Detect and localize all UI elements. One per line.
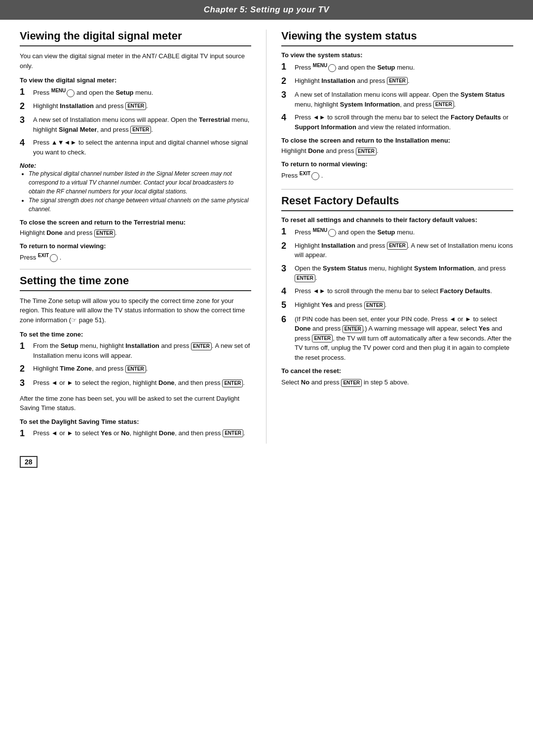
list-item: The physical digital channel number list… <box>29 169 251 196</box>
section2-title: Setting the time zone <box>20 274 251 291</box>
section4-cancel-instruction: Select No and press ENTER in step 5 abov… <box>281 378 513 387</box>
step-content: A new set of Installation menu icons wil… <box>33 115 251 134</box>
section1-sub2: To close the screen and return to the Te… <box>20 219 251 226</box>
step-content: Highlight Yes and press ENTER. <box>295 300 513 310</box>
list-item: 5 Highlight Yes and press ENTER. <box>281 300 513 311</box>
list-item: 4 Press ◄► to scroll through the menu ba… <box>281 113 513 132</box>
chapter-header: Chapter 5: Setting up your TV <box>0 0 533 20</box>
enter-button-icon: ENTER <box>387 242 408 250</box>
step-number: 2 <box>20 101 31 112</box>
menu-circle <box>67 89 75 97</box>
section4-title: Reset Factory Defaults <box>281 194 513 211</box>
bold-no: No <box>301 378 309 386</box>
section2-dst-list: 1 Press ◄ or ► to select Yes or No, high… <box>20 428 251 439</box>
step-number: 5 <box>281 300 292 311</box>
list-item: 2 Highlight Installation and press ENTER… <box>281 76 513 87</box>
chapter-title: Chapter 5: Setting up your TV <box>204 5 329 14</box>
section1-steps-list: 1 Press MENU and open the Setup menu. 2 … <box>20 87 251 157</box>
section1-intro: You can view the digital signal meter in… <box>20 51 251 71</box>
bold-word: System Information <box>340 101 400 108</box>
step-content: Press ▲▼◄► to select the antenna input a… <box>33 138 251 157</box>
enter-button-icon: ENTER <box>191 342 212 350</box>
section2-intro: The Time Zone setup will allow you to sp… <box>20 296 251 325</box>
bold-word: Installation <box>60 102 94 110</box>
step-number: 3 <box>281 90 292 101</box>
note-list: The physical digital channel number list… <box>20 169 251 214</box>
bold-word: Installation <box>321 242 355 249</box>
step-content: Press ◄ or ► to select Yes or No, highli… <box>33 428 251 438</box>
list-item: 6 (If PIN code has been set, enter your … <box>281 314 513 363</box>
step-number: 2 <box>281 76 292 87</box>
list-item: 4 Press ▲▼◄► to select the antenna input… <box>20 138 251 157</box>
note-section: Note: The physical digital channel numbe… <box>20 162 251 214</box>
exit-icon: EXIT <box>38 253 49 258</box>
step-number: 3 <box>281 264 292 274</box>
step-content: Press MENU and open the Setup menu. <box>33 87 251 98</box>
enter-button-icon: ENTER <box>222 379 243 387</box>
bold-word: System Status <box>323 265 367 272</box>
page-wrapper: Chapter 5: Setting up your TV Viewing th… <box>0 0 533 756</box>
exit-circle <box>311 172 319 180</box>
enter-button-icon: ENTER <box>343 325 363 333</box>
step-content: Press MENU and open the Setup menu. <box>295 62 513 73</box>
section2-sub2: To set the Daylight Saving Time status: <box>20 418 251 425</box>
bold-word: Done <box>295 325 311 332</box>
enter-button-icon: ENTER <box>433 101 454 109</box>
note-title: Note: <box>20 162 36 169</box>
left-column: Viewing the digital signal meter You can… <box>20 30 266 444</box>
return-instruction: Press EXIT . <box>20 253 251 262</box>
step-content: Press ◄ or ► to select the region, highl… <box>33 378 251 388</box>
bold-word: Yes <box>321 301 332 308</box>
bold-word: Yes <box>479 325 490 332</box>
section2-steps-list: 1 From the Setup menu, highlight Install… <box>20 341 251 388</box>
bold-word: Setup <box>377 228 395 236</box>
section-divider <box>20 269 251 269</box>
close-instruction: Highlight Done and press ENTER. <box>20 229 251 237</box>
bold-word: Terrestrial <box>199 116 230 123</box>
section3-title: Viewing the system status <box>281 30 513 46</box>
bold-done: Done <box>308 147 324 154</box>
bold-word: Time Zone <box>60 365 92 372</box>
step-content: Open the System Status menu, highlight S… <box>295 264 513 283</box>
list-item: 2 Highlight Installation and press ENTER… <box>20 101 251 112</box>
section3-return-instruction: Press EXIT . <box>281 171 513 180</box>
step-number: 4 <box>281 113 292 123</box>
menu-icon: MENU <box>313 227 327 234</box>
bold-word: No <box>121 429 129 437</box>
section2-sub1: To set the time zone: <box>20 331 251 338</box>
list-item: 4 Press ◄► to scroll through the menu ba… <box>281 286 513 297</box>
bold-word: System Information <box>414 265 474 272</box>
enter-button-icon: ENTER <box>312 335 333 342</box>
page-footer: 28 <box>0 449 533 473</box>
step-content: Highlight Time Zone, and press ENTER. <box>33 364 251 374</box>
enter-button-icon: ENTER <box>356 148 377 155</box>
step-number: 4 <box>20 138 31 149</box>
content-area: Viewing the digital signal meter You can… <box>0 30 533 444</box>
right-column: Viewing the system status To view the sy… <box>266 30 513 444</box>
menu-circle <box>328 64 336 72</box>
step-number: 2 <box>281 241 292 252</box>
step-number: 3 <box>20 115 31 126</box>
step-number: 1 <box>281 62 292 73</box>
list-item: 3 A new set of Installation menu icons w… <box>20 115 251 134</box>
bold-word: Done <box>158 379 175 386</box>
arrow-keys: ▲▼◄► <box>51 139 76 146</box>
section4-sub1: To reset all settings and channels to th… <box>281 216 513 224</box>
bold-word: Yes <box>101 429 112 437</box>
list-item: 2 Highlight Time Zone, and press ENTER. <box>20 364 251 375</box>
bold-word: Setup <box>61 342 78 349</box>
section3-sub2: To close the screen and return to the In… <box>281 137 513 144</box>
step-number: 4 <box>281 286 292 297</box>
section3-steps-list: 1 Press MENU and open the Setup menu. 2 … <box>281 62 513 132</box>
step-number: 1 <box>281 227 292 237</box>
menu-icon: MENU <box>313 62 327 69</box>
list-item: The signal strength does not change betw… <box>29 196 251 214</box>
section1-sub3: To return to normal viewing: <box>20 242 251 250</box>
page-number: 28 <box>20 456 38 468</box>
bold-word: Done <box>159 429 175 437</box>
bold-word: Support Information <box>295 123 356 131</box>
bold-word: Factory Defaults <box>451 113 501 121</box>
section3-sub3: To return to normal viewing: <box>281 160 513 168</box>
bold-word: System Status <box>460 91 505 98</box>
bold-word: Installation <box>321 77 355 84</box>
